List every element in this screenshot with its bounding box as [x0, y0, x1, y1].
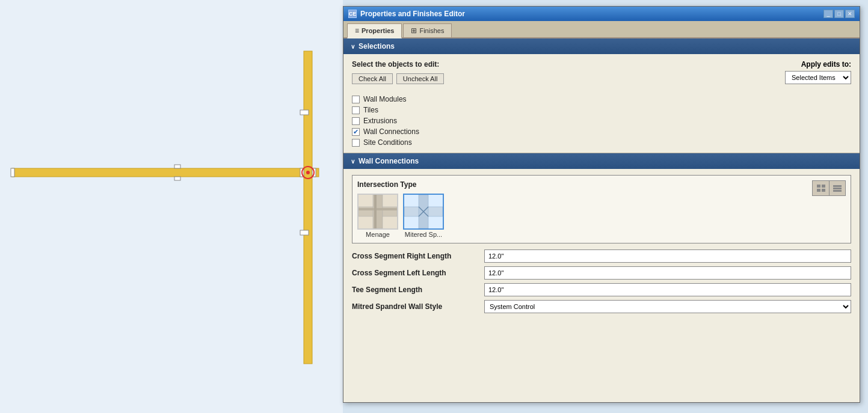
menage-thumb	[357, 194, 398, 230]
checkbox-wall-modules-input[interactable]	[352, 96, 360, 103]
checkbox-wall-modules-label: Wall Modules	[363, 95, 407, 103]
checkbox-wall-connections: ✔ Wall Connections	[352, 127, 851, 136]
selections-arrow-icon: ∨	[351, 43, 355, 50]
intersection-images: Menage	[357, 194, 444, 238]
cross-right-label: Cross Segment Right Length	[352, 252, 484, 260]
tab-finishes[interactable]: ⊞ Finishes	[403, 23, 452, 37]
content-area: ∨ Selections Select the objects to edit:…	[343, 38, 860, 402]
checkbox-wall-connections-input[interactable]: ✔	[352, 128, 360, 136]
grid-view-icon	[833, 184, 842, 192]
select-objects-label: Select the objects to edit:	[352, 60, 444, 69]
cross-left-row: Cross Segment Left Length	[352, 266, 851, 280]
svg-rect-3	[174, 177, 180, 180]
svg-rect-25	[833, 185, 842, 187]
svg-rect-21	[817, 185, 820, 188]
intersection-top-row: Intersection Type	[357, 180, 846, 238]
checkbox-wall-modules: Wall Modules	[352, 95, 851, 103]
selections-top: Select the objects to edit: Check All Un…	[352, 60, 851, 90]
mitered-thumb	[403, 194, 444, 230]
selections-left: Select the objects to edit: Check All Un…	[352, 60, 444, 90]
mitered-svg	[404, 195, 443, 228]
checkbox-tiles-label: Tiles	[363, 106, 378, 114]
svg-rect-23	[817, 189, 820, 192]
check-buttons-row: Check All Uncheck All	[352, 73, 444, 84]
apply-edits-dropdown: Selected Items	[785, 71, 851, 84]
title-buttons: _ □ ✕	[823, 10, 855, 18]
svg-rect-7	[300, 230, 309, 235]
cross-right-input[interactable]	[484, 249, 851, 263]
properties-tab-icon: ≡	[355, 26, 359, 35]
svg-rect-27	[833, 190, 842, 192]
wall-connections-section-header: ∨ Wall Connections	[343, 153, 860, 169]
tab-finishes-label: Finishes	[419, 27, 444, 34]
svg-rect-0	[12, 168, 319, 177]
checkbox-wall-connections-label: Wall Connections	[363, 127, 419, 136]
finishes-tab-icon: ⊞	[411, 26, 417, 35]
svg-rect-24	[822, 189, 825, 192]
svg-rect-22	[822, 185, 825, 188]
apply-edits-select[interactable]: Selected Items	[785, 71, 851, 84]
mitered-label: Mitered Sp...	[405, 231, 442, 238]
checkbox-list: Wall Modules Tiles Extrusions ✔ Wall Con…	[352, 95, 851, 147]
list-view-button[interactable]	[812, 180, 829, 196]
properties-window: CE Properties and Finishes Editor _ □ ✕ …	[343, 6, 860, 403]
list-view-icon	[816, 184, 826, 192]
intersection-mitered[interactable]: Mitered Sp...	[403, 194, 444, 238]
intersection-type-box: Intersection Type	[352, 175, 851, 243]
title-bar: CE Properties and Finishes Editor _ □ ✕	[343, 7, 860, 21]
wall-drawing	[0, 0, 343, 413]
tee-segment-label: Tee Segment Length	[352, 286, 484, 294]
checkbox-extrusions: Extrusions	[352, 117, 851, 125]
svg-rect-26	[833, 188, 842, 189]
mitred-style-select-wrap: System Control	[484, 300, 851, 313]
svg-rect-1	[304, 51, 312, 364]
minimize-button[interactable]: _	[823, 10, 833, 18]
window-title: Properties and Finishes Editor	[360, 10, 465, 18]
svg-rect-10	[11, 168, 14, 177]
apply-edits-label: Apply edits to:	[801, 60, 851, 69]
svg-rect-14	[359, 208, 397, 210]
svg-point-9	[306, 171, 310, 174]
tee-segment-row: Tee Segment Length	[352, 283, 851, 296]
mitred-style-select[interactable]: System Control	[484, 300, 851, 313]
close-button[interactable]: ✕	[845, 10, 855, 18]
svg-rect-15	[374, 195, 377, 228]
menage-svg	[359, 195, 397, 228]
checkbox-site-conditions: Site Conditions	[352, 138, 851, 147]
check-all-button[interactable]: Check All	[352, 73, 393, 84]
checkbox-site-conditions-input[interactable]	[352, 139, 360, 147]
selections-title: Selections	[359, 42, 395, 50]
wall-connections-area: Intersection Type	[343, 169, 860, 323]
checkbox-tiles: Tiles	[352, 106, 851, 114]
tab-bar: ≡ Properties ⊞ Finishes	[343, 21, 860, 38]
canvas-area	[0, 0, 343, 413]
cross-right-row: Cross Segment Right Length	[352, 249, 851, 263]
maximize-button[interactable]: □	[834, 10, 844, 18]
tab-properties[interactable]: ≡ Properties	[347, 23, 402, 38]
cross-left-input[interactable]	[484, 266, 851, 280]
wall-connections-title: Wall Connections	[359, 157, 419, 165]
intersection-left: Intersection Type	[357, 180, 444, 238]
checkbox-site-conditions-label: Site Conditions	[363, 138, 412, 147]
selections-area: Select the objects to edit: Check All Un…	[343, 54, 860, 153]
svg-rect-6	[300, 110, 309, 115]
tee-segment-input[interactable]	[484, 283, 851, 296]
selections-section-header: ∨ Selections	[343, 38, 860, 54]
checkbox-extrusions-label: Extrusions	[363, 117, 397, 125]
window-icon: CE	[348, 10, 357, 18]
uncheck-all-button[interactable]: Uncheck All	[396, 73, 444, 84]
apply-edits-section: Apply edits to: Selected Items	[785, 60, 851, 84]
mitred-style-row: Mitred Spandrel Wall Style System Contro…	[352, 300, 851, 313]
menage-label: Menage	[366, 231, 390, 238]
mitred-style-label: Mitred Spandrel Wall Style	[352, 302, 484, 311]
view-buttons	[812, 180, 846, 196]
checkbox-extrusions-input[interactable]	[352, 117, 360, 125]
checkbox-tiles-input[interactable]	[352, 106, 360, 114]
cross-left-label: Cross Segment Left Length	[352, 269, 484, 277]
title-bar-left: CE Properties and Finishes Editor	[348, 10, 465, 18]
tab-properties-label: Properties	[362, 27, 394, 34]
wall-connections-arrow-icon: ∨	[351, 158, 355, 165]
grid-view-button[interactable]	[829, 180, 846, 196]
intersection-menage[interactable]: Menage	[357, 194, 398, 238]
svg-rect-2	[174, 165, 180, 168]
